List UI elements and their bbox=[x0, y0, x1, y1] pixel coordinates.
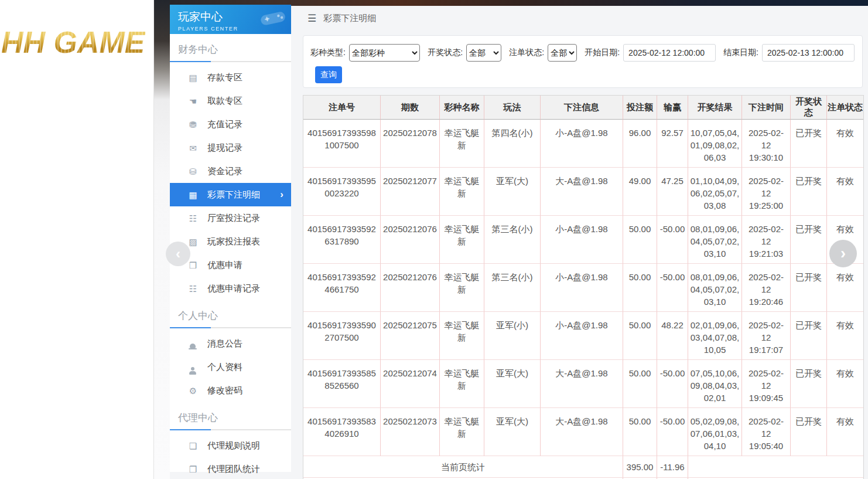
start-date-input[interactable] bbox=[623, 44, 716, 62]
sidebar-item[interactable]: 个人资料 bbox=[170, 355, 291, 379]
lottery-type-label: 彩种类型: bbox=[310, 47, 346, 58]
cell-draw-result: 05,02,09,08,07,06,01,03,04,10 bbox=[688, 408, 742, 456]
order-status-label: 注单状态: bbox=[509, 47, 544, 58]
cell-lottery-name: 幸运飞艇新 bbox=[440, 216, 484, 264]
summary-row: 当前页统计395.00-11.96 bbox=[303, 456, 863, 478]
cell-draw-status: 已开奖 bbox=[791, 408, 827, 456]
col-draw-status: 开奖状态 bbox=[791, 96, 827, 120]
cell-bet-info: 小-A盘@1.98 bbox=[541, 216, 623, 264]
sidebar-item[interactable]: ▤存款专区 bbox=[170, 66, 291, 89]
brand-logo: HH GAME bbox=[1, 25, 145, 60]
table-row: 40156917393585852656020250212074幸运飞艇新亚军(… bbox=[303, 360, 863, 408]
draw-status-select[interactable]: 全部 bbox=[466, 44, 501, 62]
cell-bet-info: 大-A盘@1.98 bbox=[541, 408, 623, 456]
sidebar-item[interactable]: ☚取款专区 bbox=[170, 89, 291, 113]
section-underline bbox=[170, 327, 291, 328]
chevron-left-icon: ‹ bbox=[176, 246, 180, 262]
agent-rules-icon: ❏ bbox=[188, 441, 198, 450]
cell-draw-status: 已开奖 bbox=[791, 120, 827, 168]
filter-panel: 彩种类型: 全部彩种 开奖状态: 全部 注单状态: 全部 开始日期: 结束日期:… bbox=[303, 35, 863, 88]
hamburger-icon[interactable]: ☰ bbox=[307, 12, 316, 25]
cell-bet-amount: 50.00 bbox=[623, 408, 657, 456]
cell-win-loss: 92.57 bbox=[657, 120, 688, 168]
sidebar-item-label: 玩家投注报表 bbox=[207, 236, 260, 247]
chevron-right-icon: › bbox=[840, 244, 846, 263]
cell-draw-result: 01,10,04,09,06,02,05,07,03,08 bbox=[688, 168, 742, 216]
cell-play-type: 第三名(小) bbox=[484, 216, 541, 264]
search-button[interactable]: 查询 bbox=[315, 66, 342, 83]
sidebar-item[interactable]: ❐代理团队统计 bbox=[170, 457, 291, 479]
cell-order-id: 401569173935981007500 bbox=[303, 120, 381, 168]
section-underline bbox=[170, 429, 291, 430]
table-row: 40156917393592631789020250212076幸运飞艇新第三名… bbox=[303, 216, 863, 264]
sidebar-item[interactable]: ❏代理规则说明 bbox=[170, 434, 291, 457]
cell-order-id: 401569173935924661750 bbox=[303, 264, 381, 312]
cell-order-id: 401569173935858526560 bbox=[303, 360, 381, 408]
table-row: 40156917393590270750020250212075幸运飞艇新亚军(… bbox=[303, 312, 863, 360]
sidebar-item[interactable]: ⚙修改密码 bbox=[170, 379, 291, 402]
cell-lottery-name: 幸运飞艇新 bbox=[440, 168, 484, 216]
sidebar-item[interactable]: ⛁资金记录 bbox=[170, 159, 291, 183]
section-underline bbox=[170, 61, 291, 62]
sidebar-item[interactable]: ☷厅室投注记录 bbox=[170, 206, 291, 230]
sidebar-expand-button[interactable]: › bbox=[829, 240, 857, 267]
cell-win-loss: -50.00 bbox=[657, 264, 688, 312]
lottery-bet-detail-icon: ▦ bbox=[188, 191, 198, 199]
content-topbar: ☰ 彩票下注明细 bbox=[307, 12, 376, 25]
cell-order-id: 401569173935950023220 bbox=[303, 168, 381, 216]
sidebar-item-label: 提现记录 bbox=[207, 142, 242, 154]
cell-period: 20250212076 bbox=[381, 216, 440, 264]
sidebar-item[interactable]: ☷优惠申请记录 bbox=[170, 277, 291, 300]
sidebar-item-label: 取款专区 bbox=[207, 96, 242, 107]
promo-apply-icon: ❒ bbox=[188, 261, 198, 270]
cell-bet-amount: 50.00 bbox=[623, 360, 657, 408]
cell-win-loss: 48.22 bbox=[657, 312, 688, 360]
promo-apply-record-icon: ☷ bbox=[188, 284, 198, 293]
end-date-input[interactable] bbox=[762, 44, 855, 62]
section-title: 代理中心 bbox=[170, 402, 291, 429]
sidebar-item[interactable]: ▦彩票下注明细› bbox=[170, 183, 291, 206]
chevron-right-icon: › bbox=[280, 189, 283, 201]
deposit-icon: ▤ bbox=[188, 73, 198, 82]
cell-order-status: 有效 bbox=[827, 408, 863, 456]
cell-bet-time: 2025-02-12 19:05:40 bbox=[742, 408, 791, 456]
cell-bet-time: 2025-02-12 19:09:45 bbox=[742, 360, 791, 408]
order-status-select[interactable]: 全部 bbox=[548, 44, 577, 62]
col-order-id: 注单号 bbox=[303, 96, 381, 120]
agent-team-icon: ❐ bbox=[188, 465, 198, 474]
end-date-label: 结束日期: bbox=[723, 47, 758, 58]
table-row: 40156917393583402691020250212073幸运飞艇新亚军(… bbox=[303, 408, 863, 456]
cell-play-type: 亚军(大) bbox=[484, 168, 541, 216]
section-title: 财务中心 bbox=[170, 34, 291, 61]
table-row: 40156917393592466175020250212076幸运飞艇新第三名… bbox=[303, 264, 863, 312]
sidebar-collapse-button[interactable]: ‹ bbox=[166, 242, 190, 266]
col-bet-amount: 投注额 bbox=[623, 96, 657, 120]
cell-draw-result: 08,01,09,06,04,05,07,02,03,10 bbox=[688, 264, 742, 312]
cell-play-type: 亚军(大) bbox=[484, 408, 541, 456]
col-bet-time: 下注时间 bbox=[742, 96, 791, 120]
sidebar-item[interactable]: ✉提现记录 bbox=[170, 136, 291, 159]
cell-play-type: 第三名(小) bbox=[484, 264, 541, 312]
sidebar: 玩家中心 PLAYERS CENTER 财务中心▤存款专区☚取款专区⛃充值记录✉… bbox=[170, 5, 291, 472]
cell-order-status: 有效 bbox=[827, 120, 863, 168]
cell-bet-info: 小-A盘@1.98 bbox=[541, 264, 623, 312]
cell-lottery-name: 幸运飞艇新 bbox=[440, 360, 484, 408]
cell-lottery-name: 幸运飞艇新 bbox=[440, 408, 484, 456]
sidebar-item-label: 代理团队统计 bbox=[207, 464, 260, 475]
sidebar-item[interactable]: ⛃充值记录 bbox=[170, 113, 291, 136]
sidebar-item-label: 修改密码 bbox=[207, 385, 242, 396]
cell-bet-amount: 50.00 bbox=[623, 216, 657, 264]
cell-draw-result: 02,01,09,06,03,04,07,08,10,05 bbox=[688, 312, 742, 360]
cell-bet-amount: 50.00 bbox=[623, 264, 657, 312]
sidebar-item-label: 消息公告 bbox=[207, 338, 242, 349]
sidebar-item-label: 厅室投注记录 bbox=[207, 213, 260, 224]
col-bet-info: 下注信息 bbox=[541, 96, 623, 120]
withdrawal-record-icon: ✉ bbox=[188, 144, 198, 152]
page-title: 彩票下注明细 bbox=[323, 13, 376, 24]
sidebar-item[interactable]: 消息公告 bbox=[170, 332, 291, 355]
summary-label: 当前页统计 bbox=[303, 456, 623, 478]
cell-draw-result: 07,05,10,06,09,08,04,03,02,01 bbox=[688, 360, 742, 408]
summary-bet-total: 395.00 bbox=[623, 456, 657, 478]
cell-period: 20250212077 bbox=[381, 168, 440, 216]
lottery-type-select[interactable]: 全部彩种 bbox=[349, 44, 420, 62]
